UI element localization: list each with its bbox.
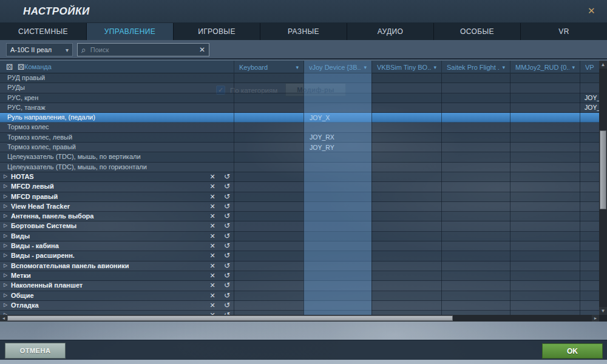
reset-category-icon[interactable]: ↺ (222, 291, 232, 300)
command-row[interactable]: Целеуказатель (TDC), мышь, по горизонтал… (0, 163, 599, 172)
column-header-3[interactable]: Saitek Pro Flight ...▾ (441, 61, 510, 73)
aircraft-profile-select[interactable]: A-10C II реал ▾ (6, 43, 73, 56)
clear-category-icon[interactable]: ✕ (208, 212, 217, 220)
expand-icon[interactable]: ▷ (4, 272, 7, 278)
collapse-all-icon[interactable]: ⚄ (6, 62, 13, 72)
category-row[interactable]: ▷Метки✕↺ (0, 271, 599, 281)
scroll-left-icon[interactable]: ◄ (0, 315, 7, 322)
clear-category-icon[interactable]: ✕ (208, 262, 217, 270)
chevron-down-icon[interactable]: ▾ (364, 64, 367, 70)
command-row[interactable]: РУС, тангажJOY_Y (0, 103, 599, 113)
horizontal-scrollbar-thumb[interactable] (7, 315, 453, 321)
vjoy-binding-value[interactable]: JOY_X (310, 114, 370, 121)
category-row[interactable]: ▷✕↺ (0, 311, 599, 315)
category-row[interactable]: ▷Виды✕↺ (0, 232, 599, 241)
column-header-5[interactable]: VPC S (580, 61, 599, 73)
tab-4[interactable]: АУДИО (347, 23, 434, 40)
tab-6[interactable]: VR (521, 23, 607, 40)
clear-category-icon[interactable]: ✕ (208, 302, 217, 309)
category-row[interactable]: ▷View Head Tracker✕↺ (0, 202, 599, 212)
vjoy-binding-value[interactable]: JOY_RY (310, 144, 370, 151)
vjoy-binding-value[interactable]: JOY_RX (310, 133, 370, 141)
expand-icon[interactable]: ▷ (4, 292, 7, 298)
reset-category-icon[interactable]: ↺ (222, 221, 232, 230)
reset-category-icon[interactable]: ↺ (222, 182, 232, 190)
reset-category-icon[interactable]: ↺ (222, 311, 232, 315)
reset-category-icon[interactable]: ↺ (222, 241, 232, 250)
category-row[interactable]: ▷MFCD правый✕↺ (0, 192, 599, 202)
category-row[interactable]: ▷Наколенный планшет✕↺ (0, 281, 599, 291)
horizontal-scrollbar[interactable]: ◄ ► (0, 315, 599, 322)
clear-category-icon[interactable]: ✕ (208, 292, 217, 300)
clear-category-icon[interactable]: ✕ (208, 232, 217, 240)
category-row[interactable]: ▷Отладка✕↺ (0, 301, 599, 311)
category-row[interactable]: ▷Виды - кабина✕↺ (0, 241, 599, 251)
command-column-header[interactable]: Команда (24, 63, 52, 70)
tab-5[interactable]: ОСОБЫЕ (434, 23, 521, 40)
command-row[interactable]: РУС, кренJOY_X (0, 93, 599, 103)
cancel-button[interactable]: ОТМЕНА (5, 343, 66, 359)
command-row[interactable]: РУДы (0, 83, 599, 93)
reset-category-icon[interactable]: ↺ (222, 172, 232, 181)
reset-category-icon[interactable]: ↺ (222, 212, 232, 220)
chevron-down-icon[interactable]: ▾ (433, 64, 436, 70)
expand-icon[interactable]: ▷ (4, 263, 7, 268)
clear-search-icon[interactable]: ✕ (199, 46, 205, 54)
column-header-4[interactable]: MMJoy2_RUD {0...▾ (510, 61, 580, 73)
category-row[interactable]: ▷Виды - расширенн.✕↺ (0, 251, 599, 261)
reset-category-icon[interactable]: ↺ (222, 301, 232, 309)
expand-icon[interactable]: ▷ (4, 223, 7, 228)
clear-category-icon[interactable]: ✕ (208, 272, 217, 280)
command-row[interactable]: Руль направления, (педали)JOY_X (0, 113, 599, 123)
vpc-binding-value[interactable]: JOY_X (585, 94, 599, 101)
expand-icon[interactable]: ▷ (4, 302, 7, 308)
reset-category-icon[interactable]: ↺ (222, 281, 232, 289)
tab-3[interactable]: РАЗНЫЕ (260, 23, 347, 40)
expand-all-icon[interactable]: ⚄ (18, 62, 24, 72)
category-row[interactable]: ▷Вспомогательная панель авионики✕↺ (0, 261, 599, 271)
clear-category-icon[interactable]: ✕ (208, 252, 217, 260)
category-row[interactable]: ▷Общие✕↺ (0, 291, 599, 301)
command-row[interactable]: Тормоз колес (0, 123, 599, 132)
column-header-1[interactable]: vJoy Device {3B...▾ (304, 61, 371, 73)
expand-icon[interactable]: ▷ (4, 183, 7, 189)
reset-category-icon[interactable]: ↺ (222, 271, 232, 280)
tab-2[interactable]: ИГРОВЫЕ (174, 23, 260, 40)
command-row[interactable]: Тормоз колес, правыйJOY_RY (0, 143, 599, 152)
reset-category-icon[interactable]: ↺ (222, 251, 232, 260)
expand-icon[interactable]: ▷ (4, 282, 7, 288)
expand-icon[interactable]: ▷ (4, 233, 7, 238)
chevron-down-icon[interactable]: ▾ (296, 64, 299, 70)
clear-category-icon[interactable]: ✕ (208, 173, 217, 181)
vertical-scrollbar-thumb[interactable] (600, 130, 606, 209)
ok-button[interactable]: OK (542, 343, 603, 359)
clear-category-icon[interactable]: ✕ (208, 242, 217, 250)
clear-category-icon[interactable]: ✕ (208, 203, 217, 211)
clear-category-icon[interactable]: ✕ (208, 222, 217, 230)
clear-category-icon[interactable]: ✕ (208, 193, 217, 201)
category-row[interactable]: ▷Антенна, панель выбора✕↺ (0, 212, 599, 221)
column-header-0[interactable]: Keyboard▾ (234, 61, 304, 73)
scroll-right-icon[interactable]: ► (592, 315, 599, 322)
expand-icon[interactable]: ▷ (4, 243, 7, 248)
expand-icon[interactable]: ▷ (4, 213, 7, 218)
column-header-2[interactable]: VKBSim Tiny BO...▾ (371, 61, 441, 73)
command-row[interactable]: РУД правый (0, 73, 599, 83)
search-input[interactable] (89, 46, 197, 54)
reset-category-icon[interactable]: ↺ (222, 232, 232, 240)
tab-1[interactable]: УПРАВЛЕНИЕ (87, 23, 174, 40)
chevron-down-icon[interactable]: ▾ (502, 64, 505, 70)
command-row[interactable]: Целеуказатель (TDC), мышь, по вертикали (0, 152, 599, 162)
expand-icon[interactable]: ▷ (4, 252, 7, 258)
vertical-scrollbar[interactable]: ▲ ▼ (599, 61, 607, 315)
tab-0[interactable]: СИСТЕМНЫЕ (0, 23, 87, 40)
scroll-down-icon[interactable]: ▼ (599, 307, 607, 315)
command-row[interactable]: Тормоз колес, левыйJOY_RX (0, 133, 599, 143)
expand-icon[interactable]: ▷ (4, 203, 7, 209)
category-row[interactable]: ▷MFCD левый✕↺ (0, 182, 599, 192)
reset-category-icon[interactable]: ↺ (222, 261, 232, 270)
category-row[interactable]: ▷Бортовые Системы✕↺ (0, 221, 599, 231)
expand-icon[interactable]: ▷ (4, 174, 7, 179)
vpc-binding-value[interactable]: JOY_Y (585, 104, 599, 111)
clear-category-icon[interactable]: ✕ (208, 183, 217, 190)
